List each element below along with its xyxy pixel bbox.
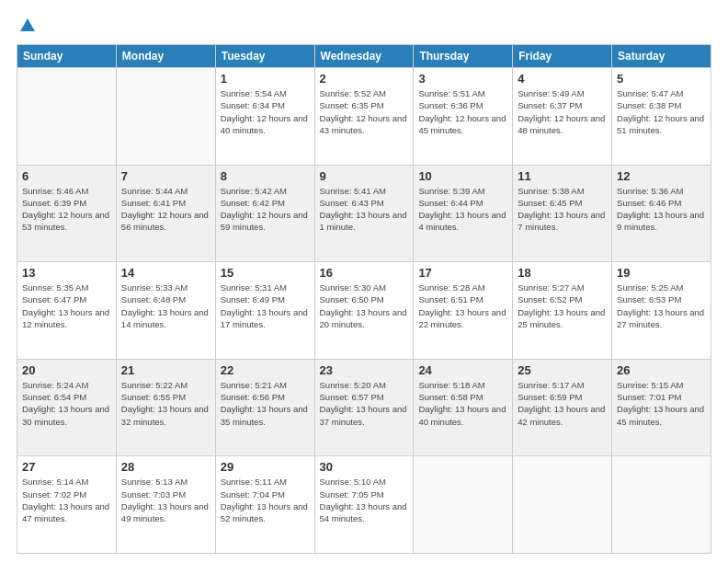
day-number: 17 xyxy=(418,266,507,280)
day-number: 26 xyxy=(617,363,706,377)
day-info: Sunrise: 5:13 AM Sunset: 7:03 PM Dayligh… xyxy=(121,476,210,524)
calendar-cell: 3Sunrise: 5:51 AM Sunset: 6:36 PM Daylig… xyxy=(414,68,513,166)
day-number: 27 xyxy=(22,460,111,474)
calendar-cell: 23Sunrise: 5:20 AM Sunset: 6:57 PM Dayli… xyxy=(314,359,414,456)
day-number: 22 xyxy=(221,363,310,377)
day-number: 1 xyxy=(221,72,310,86)
day-info: Sunrise: 5:24 AM Sunset: 6:54 PM Dayligh… xyxy=(22,379,111,428)
calendar-week-row: 1Sunrise: 5:54 AM Sunset: 6:34 PM Daylig… xyxy=(17,68,711,166)
day-info: Sunrise: 5:28 AM Sunset: 6:51 PM Dayligh… xyxy=(418,282,507,330)
calendar-cell: 21Sunrise: 5:22 AM Sunset: 6:55 PM Dayli… xyxy=(116,359,215,456)
day-number: 4 xyxy=(518,72,607,86)
day-info: Sunrise: 5:27 AM Sunset: 6:52 PM Dayligh… xyxy=(518,282,607,330)
calendar-header-row: SundayMondayTuesdayWednesdayThursdayFrid… xyxy=(17,45,711,68)
page: SundayMondayTuesdayWednesdayThursdayFrid… xyxy=(0,0,728,563)
calendar-week-row: 27Sunrise: 5:14 AM Sunset: 7:02 PM Dayli… xyxy=(17,456,711,554)
day-number: 28 xyxy=(121,460,210,474)
calendar-cell: 13Sunrise: 5:35 AM Sunset: 6:47 PM Dayli… xyxy=(17,262,117,360)
calendar-cell: 8Sunrise: 5:42 AM Sunset: 6:42 PM Daylig… xyxy=(215,165,314,262)
day-number: 7 xyxy=(121,169,210,183)
day-number: 8 xyxy=(221,169,310,183)
day-info: Sunrise: 5:47 AM Sunset: 6:38 PM Dayligh… xyxy=(617,87,706,136)
day-number: 3 xyxy=(418,72,507,86)
day-number: 6 xyxy=(22,169,111,183)
header-day-wednesday: Wednesday xyxy=(314,45,414,68)
day-info: Sunrise: 5:35 AM Sunset: 6:47 PM Dayligh… xyxy=(22,282,111,330)
calendar-cell: 18Sunrise: 5:27 AM Sunset: 6:52 PM Dayli… xyxy=(513,262,612,360)
day-number: 13 xyxy=(22,266,111,280)
calendar-cell: 10Sunrise: 5:39 AM Sunset: 6:44 PM Dayli… xyxy=(414,165,513,262)
day-info: Sunrise: 5:22 AM Sunset: 6:55 PM Dayligh… xyxy=(121,379,210,428)
day-number: 15 xyxy=(221,266,310,280)
calendar-cell: 20Sunrise: 5:24 AM Sunset: 6:54 PM Dayli… xyxy=(17,359,117,456)
day-number: 18 xyxy=(518,266,607,280)
day-info: Sunrise: 5:42 AM Sunset: 6:42 PM Dayligh… xyxy=(221,185,310,234)
day-info: Sunrise: 5:38 AM Sunset: 6:45 PM Dayligh… xyxy=(518,185,607,234)
day-info: Sunrise: 5:41 AM Sunset: 6:43 PM Dayligh… xyxy=(320,185,409,234)
day-info: Sunrise: 5:20 AM Sunset: 6:57 PM Dayligh… xyxy=(320,379,409,428)
day-number: 11 xyxy=(518,169,607,183)
calendar-cell xyxy=(414,456,513,554)
day-info: Sunrise: 5:51 AM Sunset: 6:36 PM Dayligh… xyxy=(418,87,507,136)
header-day-monday: Monday xyxy=(116,45,215,68)
day-info: Sunrise: 5:17 AM Sunset: 6:59 PM Dayligh… xyxy=(518,379,607,428)
calendar-cell: 29Sunrise: 5:11 AM Sunset: 7:04 PM Dayli… xyxy=(215,456,314,554)
calendar-cell: 5Sunrise: 5:47 AM Sunset: 6:38 PM Daylig… xyxy=(612,68,711,166)
day-info: Sunrise: 5:31 AM Sunset: 6:49 PM Dayligh… xyxy=(221,282,310,330)
calendar-week-row: 13Sunrise: 5:35 AM Sunset: 6:47 PM Dayli… xyxy=(17,262,711,360)
calendar-week-row: 20Sunrise: 5:24 AM Sunset: 6:54 PM Dayli… xyxy=(17,359,711,456)
day-info: Sunrise: 5:10 AM Sunset: 7:05 PM Dayligh… xyxy=(320,476,409,524)
calendar-cell: 14Sunrise: 5:33 AM Sunset: 6:48 PM Dayli… xyxy=(116,262,215,360)
logo xyxy=(17,17,37,35)
calendar-cell xyxy=(612,456,711,554)
day-number: 23 xyxy=(320,363,409,377)
calendar-cell: 25Sunrise: 5:17 AM Sunset: 6:59 PM Dayli… xyxy=(513,359,612,456)
logo-icon xyxy=(18,17,37,35)
header-day-sunday: Sunday xyxy=(17,45,117,68)
day-number: 16 xyxy=(320,266,409,280)
calendar-cell: 7Sunrise: 5:44 AM Sunset: 6:41 PM Daylig… xyxy=(116,165,215,262)
calendar-cell xyxy=(116,68,215,166)
day-info: Sunrise: 5:39 AM Sunset: 6:44 PM Dayligh… xyxy=(418,185,507,234)
day-number: 24 xyxy=(418,363,507,377)
day-info: Sunrise: 5:30 AM Sunset: 6:50 PM Dayligh… xyxy=(320,282,409,330)
calendar-cell: 26Sunrise: 5:15 AM Sunset: 7:01 PM Dayli… xyxy=(612,359,711,456)
day-number: 19 xyxy=(617,266,706,280)
calendar-cell: 15Sunrise: 5:31 AM Sunset: 6:49 PM Dayli… xyxy=(215,262,314,360)
calendar-week-row: 6Sunrise: 5:46 AM Sunset: 6:39 PM Daylig… xyxy=(17,165,711,262)
day-number: 20 xyxy=(22,363,111,377)
day-info: Sunrise: 5:44 AM Sunset: 6:41 PM Dayligh… xyxy=(121,185,210,234)
calendar-cell: 12Sunrise: 5:36 AM Sunset: 6:46 PM Dayli… xyxy=(612,165,711,262)
day-info: Sunrise: 5:54 AM Sunset: 6:34 PM Dayligh… xyxy=(221,87,310,136)
day-number: 21 xyxy=(121,363,210,377)
day-info: Sunrise: 5:11 AM Sunset: 7:04 PM Dayligh… xyxy=(221,476,310,524)
day-number: 9 xyxy=(320,169,409,183)
calendar-cell: 28Sunrise: 5:13 AM Sunset: 7:03 PM Dayli… xyxy=(116,456,215,554)
calendar-cell: 24Sunrise: 5:18 AM Sunset: 6:58 PM Dayli… xyxy=(414,359,513,456)
day-number: 12 xyxy=(617,169,706,183)
calendar-cell: 27Sunrise: 5:14 AM Sunset: 7:02 PM Dayli… xyxy=(17,456,117,554)
header xyxy=(17,17,711,35)
day-number: 5 xyxy=(617,72,706,86)
calendar-cell xyxy=(513,456,612,554)
calendar-cell: 22Sunrise: 5:21 AM Sunset: 6:56 PM Dayli… xyxy=(215,359,314,456)
day-info: Sunrise: 5:25 AM Sunset: 6:53 PM Dayligh… xyxy=(617,282,706,330)
calendar-cell: 19Sunrise: 5:25 AM Sunset: 6:53 PM Dayli… xyxy=(612,262,711,360)
calendar-table: SundayMondayTuesdayWednesdayThursdayFrid… xyxy=(17,44,711,554)
day-info: Sunrise: 5:33 AM Sunset: 6:48 PM Dayligh… xyxy=(121,282,210,330)
calendar-cell: 9Sunrise: 5:41 AM Sunset: 6:43 PM Daylig… xyxy=(314,165,414,262)
day-info: Sunrise: 5:46 AM Sunset: 6:39 PM Dayligh… xyxy=(22,185,111,234)
calendar-cell: 11Sunrise: 5:38 AM Sunset: 6:45 PM Dayli… xyxy=(513,165,612,262)
calendar-cell: 6Sunrise: 5:46 AM Sunset: 6:39 PM Daylig… xyxy=(17,165,117,262)
calendar-cell xyxy=(17,68,117,166)
header-day-thursday: Thursday xyxy=(414,45,513,68)
day-info: Sunrise: 5:36 AM Sunset: 6:46 PM Dayligh… xyxy=(617,185,706,234)
calendar-body: 1Sunrise: 5:54 AM Sunset: 6:34 PM Daylig… xyxy=(17,68,711,554)
calendar-cell: 1Sunrise: 5:54 AM Sunset: 6:34 PM Daylig… xyxy=(215,68,314,166)
day-number: 29 xyxy=(221,460,310,474)
calendar-cell: 16Sunrise: 5:30 AM Sunset: 6:50 PM Dayli… xyxy=(314,262,414,360)
day-info: Sunrise: 5:15 AM Sunset: 7:01 PM Dayligh… xyxy=(617,379,706,428)
day-number: 14 xyxy=(121,266,210,280)
day-number: 2 xyxy=(320,72,409,86)
day-info: Sunrise: 5:52 AM Sunset: 6:35 PM Dayligh… xyxy=(320,87,409,136)
